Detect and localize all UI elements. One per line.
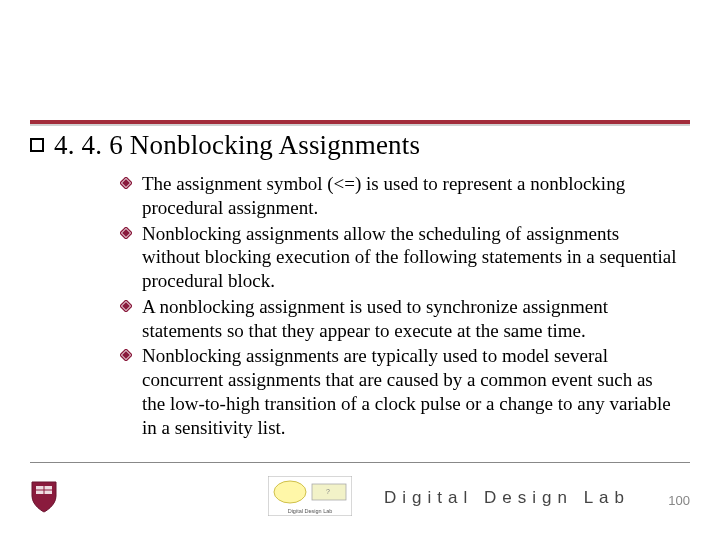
bullet-text: A nonblocking assignment is used to sync… xyxy=(142,295,680,343)
header-rule xyxy=(30,120,690,124)
footer-label: Digital Design Lab xyxy=(384,488,630,508)
center-logo-icon: Digital Design Lab ? xyxy=(268,476,352,516)
list-item: Nonblocking assignments are typically us… xyxy=(120,344,680,439)
slide-title: 4. 4. 6 Nonblocking Assignments xyxy=(54,130,420,161)
diamond-bullet-icon xyxy=(120,300,132,312)
list-item: Nonblocking assignments allow the schedu… xyxy=(120,222,680,293)
bullet-text: The assignment symbol (<=) is used to re… xyxy=(142,172,680,220)
list-item: The assignment symbol (<=) is used to re… xyxy=(120,172,680,220)
page-number: 100 xyxy=(668,493,690,508)
center-logo-caption: Digital Design Lab xyxy=(288,508,333,514)
content-area: The assignment symbol (<=) is used to re… xyxy=(120,172,680,441)
footer: Digital Design Lab ? Digital Design Lab … xyxy=(0,462,720,522)
diamond-bullet-icon xyxy=(120,349,132,361)
title-row: 4. 4. 6 Nonblocking Assignments xyxy=(30,130,690,161)
bullet-text: Nonblocking assignments are typically us… xyxy=(142,344,680,439)
slide-container: 4. 4. 6 Nonblocking Assignments The assi… xyxy=(0,0,720,540)
footer-rule xyxy=(30,462,690,463)
list-item: A nonblocking assignment is used to sync… xyxy=(120,295,680,343)
square-bullet-icon xyxy=(30,138,44,152)
svg-text:?: ? xyxy=(326,488,330,495)
diamond-bullet-icon xyxy=(120,227,132,239)
diamond-bullet-icon xyxy=(120,177,132,189)
bullet-text: Nonblocking assignments allow the schedu… xyxy=(142,222,680,293)
shield-logo-icon xyxy=(30,480,58,514)
svg-point-12 xyxy=(274,481,306,503)
